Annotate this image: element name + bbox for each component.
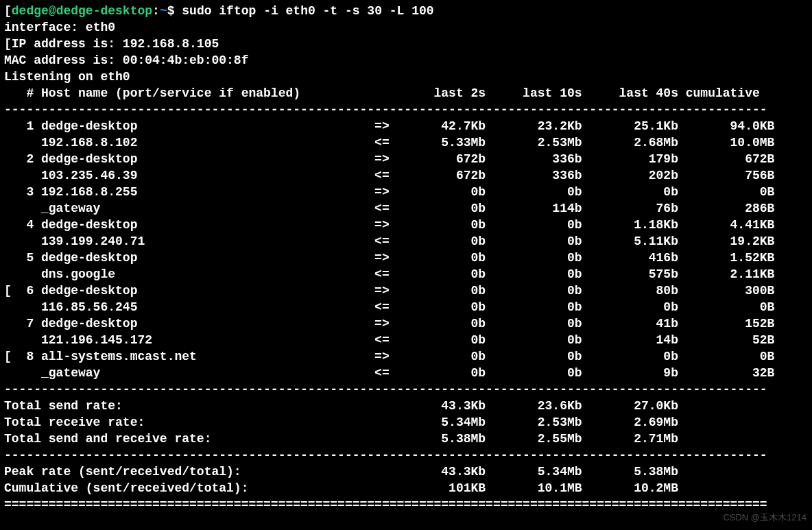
prompt-colon: : (152, 4, 160, 18)
summary-row: Peak rate (sent/received/total): 43.3Kb … (4, 465, 678, 479)
prompt-path: ~ (160, 4, 167, 18)
listening-value: eth0 (100, 70, 130, 84)
ip-label: [IP address is: (4, 37, 123, 51)
table-row: 4 dedge-desktop => 0b 0b 1.18Kb 4.41KB (4, 218, 774, 232)
table-row: 103.235.46.39 <= 672b 336b 202b 756B (4, 169, 774, 182)
separator: ========================================… (4, 498, 767, 511)
table-row: 7 dedge-desktop => 0b 0b 41b 152B (4, 317, 774, 330)
mac-label: MAC address is: (4, 53, 123, 67)
table-row: [ 8 all-systems.mcast.net => 0b 0b 0b 0B (4, 350, 774, 363)
ip-value: 192.168.8.105 (123, 37, 219, 51)
table-row: 192.168.8.102 <= 5.33Mb 2.53Mb 2.68Mb 10… (4, 136, 774, 149)
table-row: 139.199.240.71 <= 0b 0b 5.11Kb 19.2KB (4, 234, 774, 248)
prompt-host: dedge-desktop (56, 4, 152, 18)
interface-label: interface: (4, 21, 86, 34)
table-header: # Host name (port/service if enabled) la… (4, 86, 760, 100)
mac-value: 00:04:4b:eb:00:8f (123, 53, 249, 67)
prompt-at: @ (49, 4, 56, 18)
summary-row: Cumulative (sent/received/total): 101KB … (4, 481, 678, 495)
table-row: dns.google <= 0b 0b 575b 2.11KB (4, 267, 774, 281)
total-row: Total receive rate: 5.34Mb 2.53Mb 2.69Mb (4, 415, 678, 429)
prompt-user: dedge (12, 4, 49, 18)
table-row: [ 6 dedge-desktop => 0b 0b 80b 300B (4, 284, 774, 298)
watermark-text: CSDN @玉木木1214 (723, 509, 807, 526)
table-row: _gateway <= 0b 114b 76b 286B (4, 202, 774, 215)
total-row: Total send rate: 43.3Kb 23.6Kb 27.0Kb (4, 399, 678, 413)
table-row: 3 192.168.8.255 => 0b 0b 0b 0B (4, 185, 774, 199)
separator: ----------------------------------------… (4, 383, 767, 396)
prompt-dollar: $ (167, 4, 182, 18)
table-row: 116.85.56.245 <= 0b 0b 0b 0B (4, 300, 774, 314)
table-row: _gateway <= 0b 0b 9b 32B (4, 366, 774, 380)
table-row: 2 dedge-desktop => 672b 336b 179b 672B (4, 152, 774, 166)
separator: ----------------------------------------… (4, 448, 767, 462)
total-row: Total send and receive rate: 5.38Mb 2.55… (4, 432, 678, 446)
table-row: 1 dedge-desktop => 42.7Kb 23.2Kb 25.1Kb … (4, 119, 774, 133)
interface-value: eth0 (86, 21, 115, 34)
table-row: 5 dedge-desktop => 0b 0b 416b 1.52KB (4, 251, 774, 265)
prompt-open: [ (4, 4, 12, 18)
listening-label: Listening on (4, 70, 100, 84)
command[interactable]: sudo iftop -i eth0 -t -s 30 -L 100 (182, 4, 433, 18)
table-row: 121.196.145.172 <= 0b 0b 14b 52B (4, 333, 774, 347)
separator: ----------------------------------------… (4, 103, 767, 117)
